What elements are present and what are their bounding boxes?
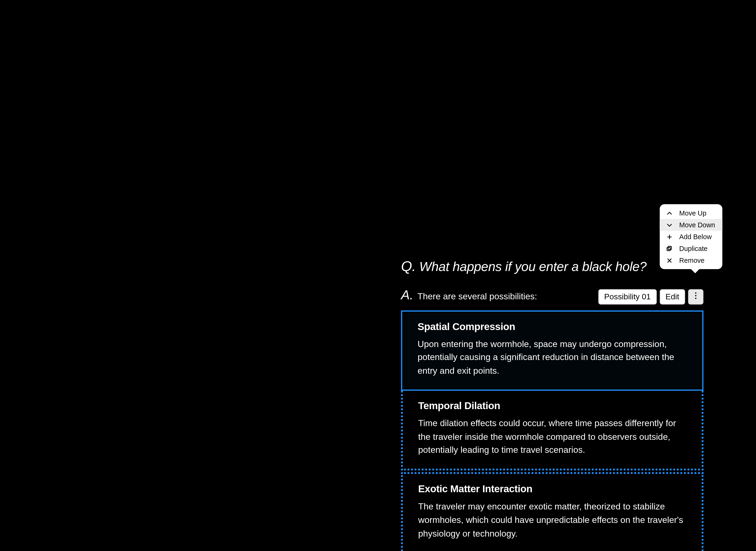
answer-prefix: A. bbox=[401, 288, 414, 303]
menu-item-label: Add Below bbox=[679, 233, 712, 240]
more-actions-button[interactable] bbox=[688, 289, 704, 304]
menu-item-add-below[interactable]: Add Below bbox=[660, 231, 722, 243]
card-title: Temporal Dilation bbox=[418, 400, 686, 412]
menu-item-label: Remove bbox=[679, 257, 705, 264]
duplicate-icon bbox=[666, 245, 673, 252]
possibility-list: Spatial Compression Upon entering the wo… bbox=[401, 310, 704, 551]
menu-item-label: Duplicate bbox=[679, 245, 708, 252]
card-title: Spatial Compression bbox=[418, 321, 687, 333]
chevron-down-icon bbox=[666, 221, 673, 228]
menu-item-remove[interactable]: Remove bbox=[660, 254, 722, 266]
card-body: Upon entering the wormhole, space may un… bbox=[418, 337, 687, 378]
card-body: The traveler may encounter exotic matter… bbox=[418, 500, 686, 540]
answer-intro: There are several possibilities: bbox=[418, 291, 537, 301]
question-row: Q. What happens if you enter a black hol… bbox=[401, 258, 704, 274]
qa-block: Q. What happens if you enter a black hol… bbox=[401, 258, 704, 551]
possibility-card[interactable]: Exotic Matter Interaction The traveler m… bbox=[401, 472, 704, 551]
menu-item-label: Move Up bbox=[679, 210, 706, 217]
card-body: Time dilation effects could occur, where… bbox=[418, 417, 686, 457]
menu-item-label: Move Down bbox=[679, 221, 715, 228]
svg-point-6 bbox=[695, 293, 697, 294]
svg-point-8 bbox=[695, 298, 697, 299]
answer-header: A. There are several possibilities: Poss… bbox=[401, 288, 704, 304]
possibility-card[interactable]: Temporal Dilation Time dilation effects … bbox=[401, 391, 704, 471]
more-vert-icon bbox=[692, 292, 699, 302]
possibility-card-selected[interactable]: Spatial Compression Upon entering the wo… bbox=[401, 310, 704, 391]
question-text: What happens if you enter a black hole? bbox=[419, 259, 647, 274]
plus-icon bbox=[666, 233, 673, 240]
svg-rect-2 bbox=[668, 246, 671, 249]
svg-point-7 bbox=[695, 295, 697, 297]
menu-item-move-down[interactable]: Move Down bbox=[660, 219, 722, 231]
close-icon bbox=[666, 257, 673, 264]
menu-item-duplicate[interactable]: Duplicate bbox=[660, 243, 722, 254]
edit-button[interactable]: Edit bbox=[660, 289, 685, 304]
question-prefix: Q. bbox=[401, 258, 416, 274]
card-title: Exotic Matter Interaction bbox=[418, 484, 686, 495]
menu-item-move-up[interactable]: Move Up bbox=[660, 207, 722, 219]
svg-rect-3 bbox=[667, 247, 670, 250]
card-action-popover: Move Up Move Down Add Below Duplicate Re… bbox=[660, 204, 722, 269]
possibility-badge[interactable]: Possibility 01 bbox=[598, 289, 657, 304]
card-controls: Possibility 01 Edit bbox=[598, 289, 703, 304]
chevron-up-icon bbox=[666, 210, 673, 217]
